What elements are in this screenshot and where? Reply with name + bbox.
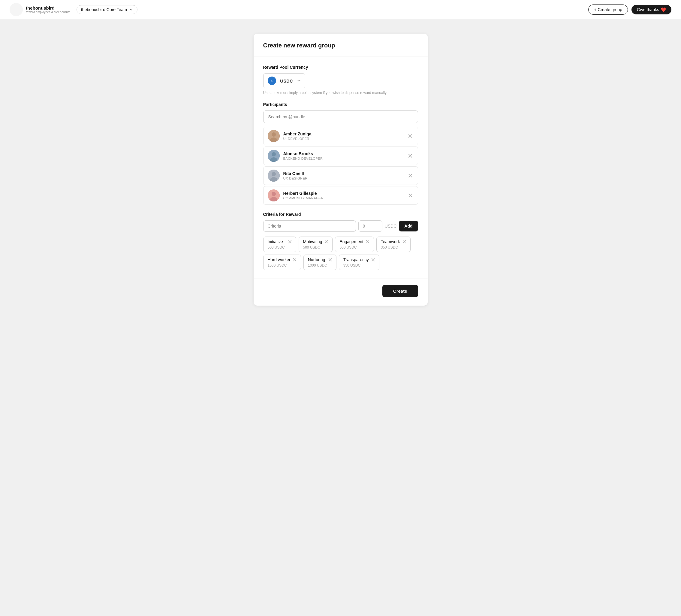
tag-amount: 500 USDC — [303, 245, 328, 249]
create-group-card: Create new reward group Reward Pool Curr… — [254, 34, 428, 305]
logo-area: 🐦 thebonusbird reward employees & steer … — [9, 3, 71, 16]
give-thanks-button[interactable]: Give thanks ❤️ — [631, 5, 672, 15]
team-selector-label: thebonusbird Core Team — [81, 7, 127, 12]
brand-name: thebonusbird — [26, 5, 71, 10]
participant-role: COMMUNITY MANAGER — [283, 196, 324, 200]
remove-tag-button[interactable] — [402, 240, 406, 243]
list-item: Motivating 500 USDC — [299, 237, 333, 252]
participant-role: UI DEVELOPER — [283, 137, 311, 141]
participants-label: Participants — [263, 102, 418, 107]
remove-tag-button[interactable] — [293, 258, 297, 262]
heart-icon: ❤️ — [661, 7, 666, 12]
navbar-right: + Create group Give thanks ❤️ — [588, 4, 672, 15]
participant-left: Alonso Brooks BACKEND DEVELOPER — [268, 150, 323, 162]
create-button[interactable]: Create — [382, 285, 418, 297]
close-icon — [324, 240, 328, 243]
card-footer: Create — [254, 278, 428, 305]
avatar — [268, 170, 280, 181]
participants-list: Amber Zuniga UI DEVELOPER — [263, 127, 418, 205]
tag-amount: 500 USDC — [268, 245, 292, 249]
participant-role: UX DESIGNER — [283, 176, 308, 180]
remove-tag-button[interactable] — [288, 240, 292, 243]
currency-hint: Use a token or simply a point system if … — [263, 91, 418, 95]
remove-participant-button[interactable] — [407, 172, 413, 179]
table-row: Nita Oneill UX DESIGNER — [263, 166, 418, 185]
create-group-button[interactable]: + Create group — [588, 4, 628, 15]
tag-top: Nurturing — [308, 257, 332, 262]
close-icon — [366, 240, 370, 243]
participant-name: Amber Zuniga — [283, 131, 311, 136]
tag-top: Motivating — [303, 239, 328, 244]
close-icon — [408, 154, 412, 158]
avatar-nita-img — [268, 170, 280, 181]
team-selector[interactable]: thebonusbird Core Team — [77, 5, 137, 14]
participant-info: Alonso Brooks BACKEND DEVELOPER — [283, 151, 323, 160]
close-icon — [408, 193, 412, 198]
search-input[interactable] — [263, 110, 418, 123]
chevron-down-icon — [129, 8, 133, 11]
remove-participant-button[interactable] — [407, 152, 413, 159]
currency-name: USDC — [279, 78, 294, 83]
tag-top: Initiative — [268, 239, 292, 244]
criteria-label: Criteria for Reward — [263, 212, 418, 217]
svg-text:$: $ — [271, 79, 272, 82]
remove-tag-button[interactable] — [371, 258, 375, 262]
reward-pool-section: Reward Pool Currency $ USDC Use a token … — [263, 65, 418, 95]
svg-point-8 — [272, 152, 276, 156]
participant-name: Nita Oneill — [283, 171, 308, 176]
criteria-tags: Initiative 500 USDC Motivating — [263, 237, 418, 270]
avatar — [268, 150, 280, 162]
participant-role: BACKEND DEVELOPER — [283, 157, 323, 160]
participant-info: Herbert Gillespie COMMUNITY MANAGER — [283, 191, 324, 200]
participant-left: Herbert Gillespie COMMUNITY MANAGER — [268, 190, 324, 201]
remove-tag-button[interactable] — [328, 258, 332, 262]
participant-name: Herbert Gillespie — [283, 191, 324, 196]
amount-input[interactable] — [358, 220, 382, 232]
remove-participant-button[interactable] — [407, 192, 413, 199]
list-item: Nurturing 1000 USDC — [303, 254, 336, 270]
close-icon — [371, 258, 375, 262]
usdc-logo-icon: $ — [270, 78, 274, 83]
list-item: Transparency 350 USDC — [339, 254, 379, 270]
close-icon — [328, 258, 332, 262]
tag-name: Motivating — [303, 239, 322, 244]
tag-name: Teamwork — [381, 239, 400, 244]
participant-info: Amber Zuniga UI DEVELOPER — [283, 131, 311, 141]
avatar — [268, 130, 280, 142]
card-body: Reward Pool Currency $ USDC Use a token … — [254, 56, 428, 278]
give-thanks-label: Give thanks — [637, 7, 659, 12]
criteria-input[interactable] — [263, 220, 356, 232]
svg-point-14 — [272, 192, 276, 196]
card-header: Create new reward group — [254, 34, 428, 56]
list-item: Teamwork 350 USDC — [376, 237, 410, 252]
chevron-down-icon — [297, 79, 301, 82]
tag-name: Hard worker — [268, 257, 291, 262]
close-icon — [288, 240, 292, 243]
avatar-alonso-img — [268, 150, 280, 162]
add-criteria-button[interactable]: Add — [399, 221, 418, 231]
participant-name: Alonso Brooks — [283, 151, 323, 156]
participant-left: Amber Zuniga UI DEVELOPER — [268, 130, 311, 142]
remove-tag-button[interactable] — [324, 240, 328, 243]
svg-point-0 — [9, 3, 23, 16]
svg-point-5 — [272, 132, 276, 137]
tag-name: Initiative — [268, 239, 283, 244]
page-title: Create new reward group — [263, 42, 418, 49]
remove-participant-button[interactable] — [407, 133, 413, 139]
tag-name: Transparency — [343, 257, 369, 262]
criteria-row: USDC Add — [263, 220, 418, 232]
participants-section: Participants — [263, 102, 418, 205]
brand-text: thebonusbird reward employees & steer cu… — [26, 5, 71, 14]
remove-tag-button[interactable] — [366, 240, 370, 243]
usdc-icon: $ — [268, 77, 276, 85]
close-icon — [408, 134, 412, 138]
criteria-currency-label: USDC — [385, 224, 397, 228]
avatar-herbert-img — [268, 190, 280, 201]
tag-top: Transparency — [343, 257, 375, 262]
tag-name: Engagement — [339, 239, 363, 244]
currency-selector[interactable]: $ USDC — [263, 73, 305, 88]
tag-amount: 1000 USDC — [308, 263, 332, 268]
navbar-left: 🐦 thebonusbird reward employees & steer … — [9, 3, 137, 16]
page: Create new reward group Reward Pool Curr… — [0, 19, 681, 320]
criteria-section: Criteria for Reward USDC Add Initiative — [263, 212, 418, 270]
